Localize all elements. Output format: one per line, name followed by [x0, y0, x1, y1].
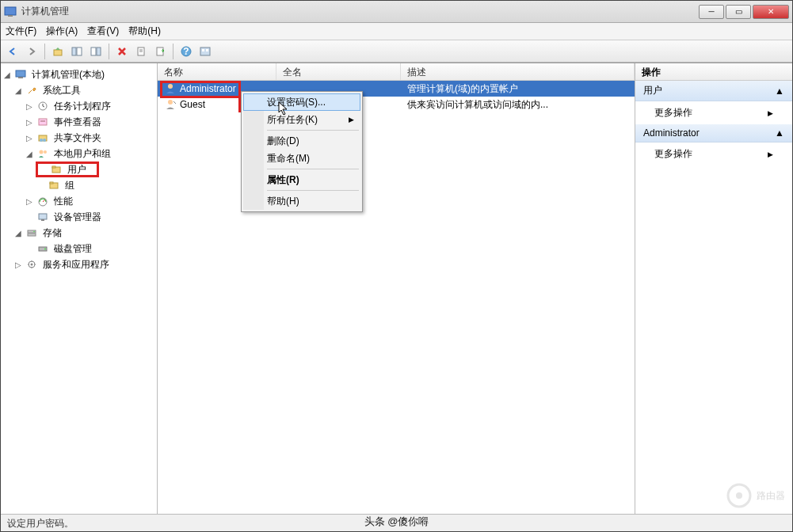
svg-point-25	[44, 150, 47, 154]
menu-rename[interactable]: 重命名(M)	[243, 150, 360, 167]
menu-all-tasks[interactable]: 所有任务(K)▶	[243, 111, 360, 128]
tree-groups[interactable]: 组	[2, 177, 155, 193]
svg-rect-15	[206, 49, 208, 51]
context-menu: 设置密码(S)... 所有任务(K)▶ 删除(D) 重命名(M) 属性(R) 帮…	[241, 91, 363, 212]
svg-point-35	[33, 231, 35, 233]
collapse-icon: ▲	[775, 86, 784, 97]
storage-icon	[25, 226, 38, 239]
export-button[interactable]	[151, 43, 169, 60]
svg-rect-29	[50, 182, 53, 184]
performance-icon	[36, 195, 49, 207]
tree-storage[interactable]: ◢ 存储	[2, 225, 155, 241]
svg-rect-0	[5, 7, 16, 15]
tree-disk-management[interactable]: 磁盘管理	[2, 241, 155, 256]
menu-properties[interactable]: 属性(R)	[243, 171, 360, 188]
refresh-button[interactable]	[196, 43, 214, 60]
close-button[interactable]: ✕	[753, 5, 789, 19]
minimize-button[interactable]: ─	[699, 5, 724, 19]
up-button[interactable]	[49, 43, 67, 60]
svg-rect-3	[72, 48, 76, 55]
col-name[interactable]: 名称	[158, 63, 276, 80]
svg-rect-13	[200, 48, 210, 55]
user-desc: 供来宾访问计算机或访问域的内...	[401, 97, 635, 113]
svg-rect-1	[8, 15, 13, 17]
tree-panel[interactable]: ◢ 计算机管理(本地) ◢ 系统工具 ▷ 任务计划程序 ▷ 事件查看器 ▷	[1, 63, 158, 514]
users-groups-icon	[36, 147, 49, 160]
svg-rect-2	[54, 50, 62, 55]
menu-help[interactable]: 帮助(H)	[243, 192, 360, 210]
window-title: 计算机管理	[21, 5, 697, 18]
svg-rect-17	[18, 77, 23, 78]
show-hide-actions-button[interactable]	[87, 43, 105, 60]
svg-point-23	[43, 139, 46, 142]
tree-task-scheduler[interactable]: ▷ 任务计划程序	[2, 98, 155, 114]
menu-help[interactable]: 帮助(H)	[128, 25, 161, 38]
tree-shared-folders[interactable]: ▷ 共享文件夹	[2, 130, 155, 146]
svg-rect-19	[39, 119, 47, 125]
list-panel: 名称 全名 描述 Administrator 管理计算机(域)的内置帐户 Gu	[158, 63, 635, 514]
delete-button[interactable]	[113, 43, 131, 60]
list-row-guest[interactable]: Guest 供来宾访问计算机或访问域的内...	[158, 97, 635, 112]
svg-rect-6	[97, 48, 101, 55]
svg-point-41	[168, 100, 173, 104]
computer-icon	[14, 68, 27, 81]
tree-users[interactable]: 用户	[36, 162, 99, 177]
svg-point-24	[40, 150, 44, 154]
col-fullname[interactable]: 全名	[276, 63, 401, 80]
menu-file[interactable]: 文件(F)	[6, 25, 36, 38]
menu-set-password[interactable]: 设置密码(S)...	[243, 93, 360, 111]
actions-header: 操作	[635, 63, 792, 81]
content-area: ◢ 计算机管理(本地) ◢ 系统工具 ▷ 任务计划程序 ▷ 事件查看器 ▷	[1, 63, 792, 514]
show-hide-tree-button[interactable]	[68, 43, 86, 60]
menu-delete[interactable]: 删除(D)	[243, 132, 360, 150]
maximize-button[interactable]: ▭	[726, 5, 751, 19]
tools-icon	[25, 84, 38, 97]
tree-local-users-groups[interactable]: ◢ 本地用户和组	[2, 146, 155, 162]
event-icon	[36, 116, 49, 128]
forward-button[interactable]	[23, 43, 40, 60]
actions-panel: 操作 用户 ▲ 更多操作 ▶ Administrator ▲ 更多操作 ▶	[635, 63, 792, 514]
tree-root[interactable]: ◢ 计算机管理(本地)	[2, 66, 155, 82]
menu-action[interactable]: 操作(A)	[46, 25, 78, 38]
status-text: 设定用户密码。	[7, 518, 74, 529]
svg-rect-5	[91, 48, 96, 55]
back-button[interactable]	[4, 43, 21, 60]
folder-icon	[50, 163, 63, 176]
actions-more-administrator[interactable]: 更多操作 ▶	[635, 142, 792, 165]
svg-point-37	[44, 249, 46, 250]
tree-services-apps[interactable]: ▷ 服务和应用程序	[2, 256, 155, 272]
toolbar: ?	[1, 40, 792, 63]
svg-rect-4	[77, 48, 82, 55]
user-desc: 管理计算机(域)的内置帐户	[401, 81, 635, 97]
svg-rect-27	[52, 166, 55, 168]
disk-icon	[36, 242, 49, 255]
svg-rect-32	[41, 219, 44, 221]
tree-performance[interactable]: ▷ 性能	[2, 193, 155, 209]
actions-section-users[interactable]: 用户 ▲	[635, 81, 792, 101]
collapse-icon: ▲	[775, 127, 784, 139]
svg-rect-31	[39, 214, 47, 219]
svg-text:?: ?	[183, 46, 189, 57]
svg-rect-14	[202, 49, 204, 51]
svg-point-39	[31, 264, 33, 266]
services-icon	[25, 258, 38, 271]
tree-system-tools[interactable]: ◢ 系统工具	[2, 82, 155, 98]
highlight-administrator	[160, 81, 241, 98]
svg-rect-34	[28, 234, 36, 236]
tree-device-manager[interactable]: 设备管理器	[2, 209, 155, 225]
statusbar: 设定用户密码。	[1, 514, 792, 531]
actions-more-users[interactable]: 更多操作 ▶	[635, 101, 792, 124]
shared-folder-icon	[36, 131, 49, 144]
properties-button[interactable]	[132, 43, 150, 60]
help-button[interactable]: ?	[177, 43, 195, 60]
device-icon	[36, 211, 49, 223]
submenu-arrow-icon: ▶	[768, 150, 773, 158]
tree-event-viewer[interactable]: ▷ 事件查看器	[2, 114, 155, 130]
menu-view[interactable]: 查看(V)	[87, 25, 119, 38]
user-name: Guest	[180, 99, 205, 110]
col-desc[interactable]: 描述	[401, 63, 635, 80]
folder-icon	[48, 179, 60, 192]
menubar: 文件(F) 操作(A) 查看(V) 帮助(H)	[1, 23, 792, 40]
clock-icon	[36, 100, 49, 112]
actions-section-administrator[interactable]: Administrator ▲	[635, 124, 792, 142]
